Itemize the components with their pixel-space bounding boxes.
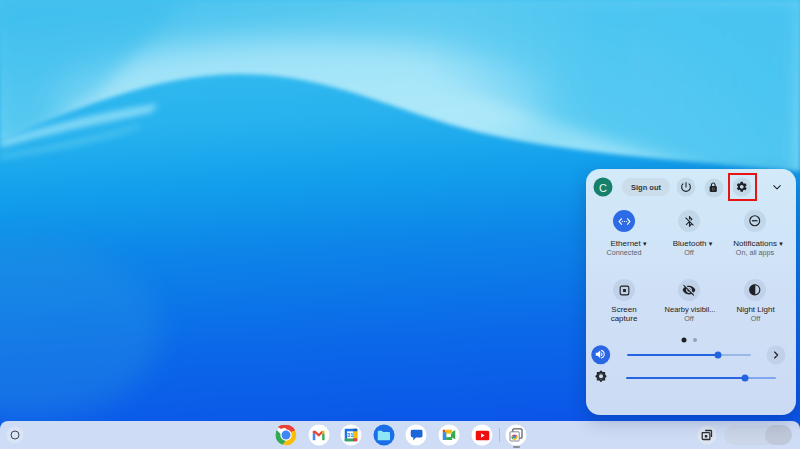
svg-text:31: 31 (347, 432, 353, 438)
